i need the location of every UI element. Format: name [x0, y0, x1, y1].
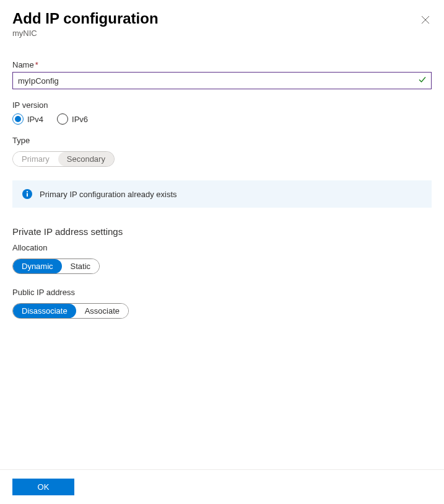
name-field-group: Name*: [12, 60, 432, 89]
ok-button[interactable]: OK: [12, 479, 74, 495]
info-banner: Primary IP configuration already exists: [12, 180, 432, 208]
type-secondary-pill: Secondary: [58, 152, 114, 166]
panel-title: Add IP configuration: [12, 10, 432, 27]
type-pill-group: Primary Secondary: [12, 151, 115, 167]
type-primary-pill: Primary: [13, 152, 58, 166]
public-ip-group: Public IP address Disassociate Associate: [12, 288, 432, 319]
public-ip-associate-pill[interactable]: Associate: [76, 304, 128, 318]
ip-version-radio-row: IPv4 IPv6: [12, 113, 432, 125]
radio-ipv4-label: IPv4: [27, 115, 43, 124]
required-indicator: *: [35, 60, 38, 69]
allocation-label: Allocation: [12, 243, 432, 252]
radio-dot-icon: [15, 116, 21, 122]
name-label: Name*: [12, 60, 432, 69]
ip-version-label: IP version: [12, 100, 432, 110]
radio-ipv6[interactable]: IPv6: [57, 113, 88, 125]
info-icon: [22, 189, 32, 199]
close-icon: [421, 15, 430, 24]
svg-point-2: [27, 191, 28, 192]
public-ip-pill-group: Disassociate Associate: [12, 303, 129, 319]
svg-rect-1: [27, 193, 28, 197]
check-icon: [418, 76, 427, 86]
type-label: Type: [12, 136, 432, 145]
type-group: Type Primary Secondary: [12, 136, 432, 167]
name-input-wrap: [12, 72, 432, 89]
panel-footer: OK: [0, 469, 444, 504]
private-ip-heading: Private IP address settings: [12, 226, 432, 237]
allocation-pill-group: Dynamic Static: [12, 259, 100, 274]
panel-header: Add IP configuration myNIC: [0, 0, 444, 43]
radio-circle-icon: [12, 113, 24, 125]
name-input[interactable]: [12, 72, 432, 89]
close-button[interactable]: [419, 14, 432, 26]
ip-version-group: IP version IPv4 IPv6: [12, 100, 432, 125]
name-label-text: Name: [12, 60, 34, 69]
public-ip-label: Public IP address: [12, 288, 432, 297]
radio-circle-icon: [57, 113, 68, 125]
public-ip-disassociate-pill[interactable]: Disassociate: [13, 304, 76, 318]
radio-ipv6-label: IPv6: [72, 115, 88, 124]
allocation-static-pill[interactable]: Static: [62, 259, 100, 273]
info-message: Primary IP configuration already exists: [40, 190, 177, 199]
panel-subtitle: myNIC: [12, 29, 432, 38]
allocation-dynamic-pill[interactable]: Dynamic: [13, 259, 62, 273]
radio-ipv4[interactable]: IPv4: [12, 113, 43, 125]
allocation-group: Allocation Dynamic Static: [12, 243, 432, 274]
panel-body: Name* IP version IPv4 IPv6 Type Primary …: [0, 43, 444, 342]
